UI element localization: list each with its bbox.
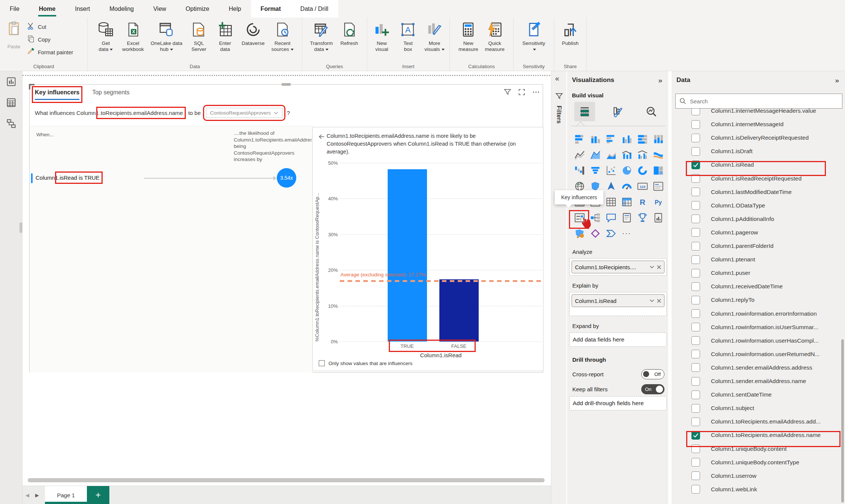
gallery-icon-stacked-bar-chart[interactable] <box>572 131 587 147</box>
field-checkbox[interactable] <box>691 228 700 237</box>
tab-top-segments[interactable]: Top segments <box>92 89 130 100</box>
field-checkbox[interactable] <box>691 336 700 345</box>
new-measure-button[interactable]: Newmeasure <box>456 21 481 53</box>
field-row[interactable]: Column1.isRead <box>672 158 845 171</box>
gallery-icon-line-stacked-column-chart[interactable] <box>619 147 634 163</box>
gallery-icon-more-options[interactable]: ··· <box>619 225 634 241</box>
analyze-field-well[interactable]: Column1.toRecipients.... <box>569 258 667 276</box>
expand-by-field-well[interactable]: Add data fields here <box>569 333 667 347</box>
transform-data-button[interactable]: Transformdata <box>308 21 335 53</box>
onelake-data-hub-button[interactable]: OneLake datahub <box>148 21 185 53</box>
field-row[interactable]: Column1.isDraft <box>672 145 845 158</box>
field-checkbox[interactable] <box>691 201 700 210</box>
field-checkbox[interactable] <box>691 120 700 129</box>
remove-field-icon[interactable] <box>657 299 661 303</box>
analyze-field-pill[interactable]: Column1.toRecipients.... <box>572 261 664 273</box>
field-checkbox[interactable] <box>691 323 700 331</box>
canvas-horizontal-scrollbar[interactable] <box>22 477 551 483</box>
influencer-row[interactable]: Column1.isRead is TRUE 3.54x <box>30 170 312 186</box>
field-row[interactable]: Column1.ptenant <box>672 253 845 266</box>
sensitivity-button[interactable]: Sensitivity <box>520 21 548 53</box>
field-checkbox[interactable] <box>691 269 700 277</box>
gallery-icon-area-chart[interactable] <box>587 147 603 163</box>
gallery-icon-python-visual[interactable]: Py <box>650 194 666 210</box>
field-checkbox[interactable] <box>691 282 700 291</box>
bar-true[interactable] <box>388 169 427 341</box>
expand-filters-icon[interactable]: « <box>555 74 559 83</box>
field-row[interactable]: Column1.isReadReceiptRequested <box>672 172 845 185</box>
explain-by-field-well[interactable]: Column1.isRead <box>569 292 667 316</box>
next-page-arrow[interactable]: ▶ <box>35 492 39 498</box>
gallery-icon-qa[interactable] <box>603 210 619 225</box>
field-row[interactable]: Column1.rowinformation.errorInformation <box>672 307 845 321</box>
field-checkbox[interactable] <box>691 363 700 372</box>
field-row[interactable]: Column1.pagerow <box>672 226 845 239</box>
field-checkbox[interactable] <box>691 161 700 169</box>
refresh-button[interactable]: Refresh <box>337 21 361 53</box>
publish-button[interactable]: Publish <box>558 21 582 47</box>
canvas-vertical-scrollbar[interactable] <box>19 222 22 233</box>
data-pane-scrollbar[interactable] <box>841 339 844 503</box>
field-row[interactable]: Column1.receivedDateTime <box>672 280 845 293</box>
field-row[interactable]: Column1.replyTo <box>672 293 845 307</box>
gallery-icon-stacked-area-chart[interactable] <box>603 147 619 163</box>
more-visuals-button[interactable]: Morevisuals <box>422 21 446 53</box>
gallery-icon-card[interactable]: 123 <box>634 178 650 194</box>
field-row[interactable]: Column1.internetMessageId <box>672 118 845 131</box>
field-checkbox[interactable] <box>691 377 700 386</box>
gallery-icon-paginated-report[interactable] <box>650 210 666 225</box>
field-checkbox[interactable] <box>691 418 700 426</box>
field-checkbox[interactable] <box>691 458 700 467</box>
back-arrow-icon[interactable] <box>318 133 326 141</box>
copy-button[interactable]: Copy <box>27 35 73 44</box>
get-data-button[interactable]: Getdata <box>94 21 118 53</box>
field-row[interactable]: Column1.uniqueBody.contentType <box>672 456 845 469</box>
field-checkbox[interactable] <box>691 471 700 480</box>
cross-report-toggle[interactable]: Off <box>641 369 664 379</box>
sidebar-report-view-icon[interactable] <box>0 71 22 92</box>
ribbon-tab-home[interactable]: Home <box>29 0 65 18</box>
paste-button[interactable]: Paste <box>4 21 24 49</box>
influence-multiplier-bubble[interactable]: 3.54x <box>277 168 296 188</box>
gallery-icon-donut-chart[interactable] <box>634 163 650 178</box>
gallery-icon-line-chart[interactable] <box>572 147 587 163</box>
search-input[interactable] <box>690 98 838 104</box>
field-checkbox[interactable] <box>691 444 700 453</box>
filters-pane-label[interactable]: Filters <box>555 106 562 124</box>
gallery-icon-smart-narrative[interactable] <box>619 210 634 225</box>
visual-filter-icon[interactable] <box>503 88 512 97</box>
field-checkbox[interactable] <box>691 485 700 494</box>
ribbon-tab-modeling[interactable]: Modeling <box>100 0 143 18</box>
previous-page-arrow[interactable]: ◀ <box>25 492 29 498</box>
gallery-icon-line-clustered-column-chart[interactable] <box>634 147 650 163</box>
gallery-icon-waterfall-chart[interactable] <box>572 163 587 178</box>
gallery-icon-100-stacked-column-chart[interactable] <box>650 131 666 147</box>
chevron-down-icon[interactable] <box>649 265 654 269</box>
field-row[interactable]: Column1.lastModifiedDateTime <box>672 185 845 199</box>
field-checkbox[interactable] <box>691 309 700 318</box>
format-visual-mode-button[interactable] <box>608 102 629 121</box>
field-row[interactable]: Column1.isDeliveryReceiptRequested <box>672 131 845 145</box>
gallery-icon-matrix[interactable] <box>619 194 634 210</box>
field-checkbox[interactable] <box>691 296 700 304</box>
gallery-icon-table[interactable] <box>603 194 619 210</box>
field-row[interactable]: Column1.toRecipients.emailAddress.add... <box>672 415 845 428</box>
gallery-icon-funnel-chart[interactable] <box>587 163 603 178</box>
dataverse-button[interactable]: Dataverse <box>239 21 267 53</box>
field-row[interactable]: Column1.rowinformation.isUserSummar... <box>672 321 845 334</box>
field-checkbox[interactable] <box>691 174 700 183</box>
field-row[interactable]: Column1.parentFolderId <box>672 239 845 253</box>
field-search-box[interactable] <box>675 94 842 109</box>
field-checkbox[interactable] <box>691 188 700 196</box>
gallery-icon-100-stacked-bar-chart[interactable] <box>634 131 650 147</box>
field-row[interactable]: Column1.puser <box>672 266 845 280</box>
cut-button[interactable]: Cut <box>27 22 73 31</box>
format-painter-button[interactable]: Format painter <box>27 48 73 57</box>
add-page-button[interactable]: + <box>87 486 109 504</box>
sidebar-table-view-icon[interactable] <box>0 92 22 113</box>
gallery-icon-azure-map[interactable] <box>603 178 619 194</box>
ribbon-tab-data-drill[interactable]: Data / Drill <box>291 0 338 18</box>
only-influencers-checkbox[interactable] <box>319 360 325 366</box>
field-row[interactable]: Column1.sentDateTime <box>672 388 845 401</box>
ribbon-tab-format[interactable]: Format <box>251 0 291 18</box>
